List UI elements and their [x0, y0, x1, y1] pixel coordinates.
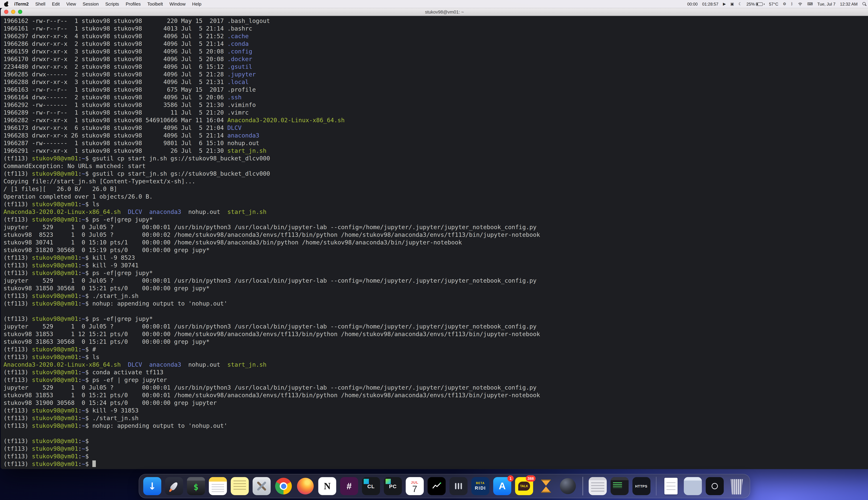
wifi-icon[interactable] — [798, 2, 803, 6]
terminal-output[interactable]: 1966162 -rw-r--r-- 1 stukov98 stukov98 2… — [1, 16, 868, 469]
terminal-line: (tf113) stukov98@vm01:~$ nohup: appendin… — [3, 422, 868, 430]
terminal-line: 1966287 -rw------- 1 stukov98 stukov98 9… — [3, 139, 868, 147]
spotlight-icon[interactable] — [862, 2, 867, 6]
menu-toolbelt[interactable]: Toolbelt — [147, 1, 163, 7]
terminal-window-thumbnail[interactable] — [610, 477, 628, 495]
dock-separator — [656, 477, 656, 496]
terminal-line: (tf113) stukov98@vm01:~$ ps -ef|grep jup… — [3, 315, 868, 322]
minimized-window[interactable] — [684, 477, 702, 495]
minimize-button[interactable] — [11, 10, 15, 14]
terminal-line — [3, 430, 868, 437]
terminal-line: 1966286 drwxr-xr-x 2 stukov98 stukov98 4… — [3, 40, 868, 48]
firefox[interactable] — [296, 477, 315, 495]
terminal-line: 1966173 drwxr-xr-x 6 stukov98 stukov98 4… — [3, 124, 868, 132]
developer-tools-app[interactable] — [253, 477, 271, 495]
battery-indicator[interactable]: 25% — [746, 2, 765, 7]
apple-body — [4, 2, 9, 7]
close-button[interactable] — [4, 10, 8, 14]
timer-display[interactable]: 00:00 — [687, 2, 698, 7]
minimized-window-dark[interactable] — [706, 477, 724, 495]
terminal-line: (tf113) stukov98@vm01:~$ — [3, 460, 868, 468]
menubar-menus: iTerm2ShellEditViewSessionScriptsProfile… — [14, 1, 201, 7]
stopwatch-display[interactable]: 01:28:57 — [702, 2, 718, 7]
terminal-line: Anaconda3-2020.02-Linux-x86_64.sh DLCV a… — [3, 208, 868, 216]
menu-view[interactable]: View — [66, 1, 76, 7]
temperature-indicator[interactable]: 57°C — [769, 2, 778, 7]
dark-globe-app[interactable] — [559, 477, 577, 495]
do-not-disturb-icon[interactable]: ☾ — [739, 2, 742, 6]
play-icon[interactable]: ▶ — [723, 2, 726, 6]
pycharm[interactable]: PC — [384, 477, 402, 495]
menu-edit[interactable]: Edit — [52, 1, 60, 7]
terminal-line: Anaconda3-2020.02-Linux-x86_64.sh DLCV a… — [3, 361, 868, 368]
https-app[interactable]: HTTPS — [632, 477, 650, 495]
terminal-line: 2234480 drwxr-xr-x 2 stukov98 stukov98 4… — [3, 63, 868, 70]
terminal-line: (tf113) stukov98@vm01:~$ conda activate … — [3, 368, 868, 376]
terminal-line: stukov98 31853 1 0 15:21 pts/0 00:00:01 … — [3, 391, 868, 399]
menu-scripts[interactable]: Scripts — [105, 1, 119, 7]
terminal-line: jupyter 529 1 0 Jul05 ? 00:00:01 /usr/bi… — [3, 384, 868, 391]
keyboard-icon[interactable]: ⌨ — [807, 2, 813, 6]
bluetooth-icon[interactable]: ᛒ — [791, 2, 793, 6]
date-display[interactable]: Tue, Jul 7 — [817, 2, 835, 7]
fan-icon[interactable]: ⚙ — [783, 2, 786, 6]
terminal-line: 1966164 drwx------ 2 stukov98 stukov98 4… — [3, 93, 868, 101]
terminal-line: (tf113) stukov98@vm01:~$ nohup: appendin… — [3, 300, 868, 307]
terminal-line: CommandException: No URLs matched: start — [3, 162, 868, 170]
notification-badge: 388 — [526, 475, 536, 481]
screen-mirroring-icon[interactable]: ▣ — [730, 2, 734, 6]
clock-display[interactable]: 12:32 AM — [840, 2, 858, 7]
terminal-line: (tf113) stukov98@vm01:~$ ps -ef|grep jup… — [3, 216, 868, 223]
terminal-line: 1966288 drwxr-xr-x 3 stukov98 stukov98 4… — [3, 78, 868, 86]
window-thumbnail-light[interactable] — [589, 477, 607, 495]
minimized-document[interactable] — [662, 477, 680, 495]
menu-shell[interactable]: Shell — [35, 1, 45, 7]
window-controls — [4, 10, 22, 14]
apple-menu-icon[interactable] — [4, 1, 9, 7]
terminal-line: (tf113) stukov98@vm01:~$ ls — [3, 353, 868, 361]
dock-separator — [582, 477, 583, 496]
kakaotalk[interactable]: TALK388 — [515, 477, 533, 495]
terminal-line: stukov98 31853 1 12 15:21 pts/0 00:00:00… — [3, 330, 868, 338]
terminal-line — [3, 307, 868, 315]
app-store[interactable]: A1 — [493, 477, 511, 495]
terminal-line: stukov98 8523 1 0 Jul05 ? 00:00:02 /home… — [3, 231, 868, 239]
terminal-line: (tf113) stukov98@vm01:~$ ps -ef|grep jup… — [3, 269, 868, 277]
hourglass-app[interactable] — [537, 477, 555, 495]
stocks[interactable] — [427, 477, 446, 495]
terminal-window: stukov98@vm01: ~ 1966162 -rw-r--r-- 1 st… — [1, 8, 868, 469]
terminal-line: stukov98 30741 1 0 15:10 pts/1 00:00:00 … — [3, 239, 868, 246]
window-title: stukov98@vm01: ~ — [1, 9, 868, 14]
menu-help[interactable]: Help — [192, 1, 202, 7]
notes[interactable] — [209, 477, 227, 495]
terminal-line: (tf113) stukov98@vm01:~$ ./start_jn.sh — [3, 414, 868, 422]
terminal-line: stukov98 31850 30568 0 15:21 pts/0 00:00… — [3, 284, 868, 292]
notion[interactable]: N — [318, 477, 336, 495]
downloads-stack[interactable] — [143, 477, 161, 495]
clion[interactable]: CL — [362, 477, 380, 495]
terminal-line: (tf113) stukov98@vm01:~$ kill -9 8523 — [3, 254, 868, 261]
slack[interactable]: # — [340, 477, 358, 495]
menubar: iTerm2ShellEditViewSessionScriptsProfile… — [0, 0, 868, 8]
menu-session[interactable]: Session — [83, 1, 99, 7]
stickies[interactable] — [231, 477, 249, 495]
window-titlebar[interactable]: stukov98@vm01: ~ — [1, 8, 868, 16]
menu-iterm2[interactable]: iTerm2 — [14, 1, 28, 7]
terminal-line: 1966291 -rwxr-xr-x 1 stukov98 stukov98 2… — [3, 147, 868, 155]
terminal-line: Copying file://start_jn.sh [Content-Type… — [3, 178, 868, 185]
menu-window[interactable]: Window — [169, 1, 185, 7]
launchpad-rocket[interactable] — [165, 477, 183, 495]
terminal-line: (tf113) stukov98@vm01:~$ # — [3, 345, 868, 353]
terminal-line: 1966163 -rw-r--r-- 1 stukov98 stukov98 6… — [3, 86, 868, 93]
ridibooks-beta[interactable]: BETARIDI — [471, 477, 489, 495]
calendar[interactable]: JUL7 — [406, 477, 424, 495]
terminal-line: stukov98 31863 30568 0 15:21 pts/0 00:00… — [3, 338, 868, 345]
iterm2[interactable]: $ — [187, 477, 205, 495]
terminal-line: stukov98 31820 30568 0 15:19 pts/0 00:00… — [3, 246, 868, 254]
dark-utility-app[interactable] — [449, 477, 468, 495]
google-chrome[interactable] — [274, 477, 293, 495]
trash[interactable] — [728, 477, 746, 495]
zoom-button[interactable] — [18, 10, 22, 14]
menu-profiles[interactable]: Profiles — [126, 1, 141, 7]
terminal-line: 1966289 -rw-r--r-- 1 stukov98 stukov98 1… — [3, 109, 868, 116]
